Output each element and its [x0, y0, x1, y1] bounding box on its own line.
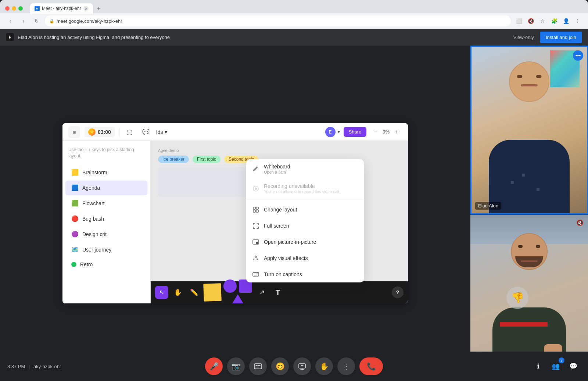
maximize-window-button[interactable]	[18, 6, 23, 11]
svg-rect-9	[256, 242, 258, 244]
notification-right: View-only Install and join	[513, 32, 582, 43]
install-join-button[interactable]: Install and join	[540, 32, 582, 43]
menu-item-changelayout[interactable]: Change layout	[246, 202, 364, 218]
figma-toolbar: ⊞ ⭐ 03:00 ⬚ 💬 fds ▾ E ▾	[62, 123, 408, 141]
figma-main-canvas[interactable]: Agee demo Ice breaker First topic Second…	[151, 141, 408, 303]
layout-icon[interactable]: ⬚	[124, 126, 136, 138]
address-bar[interactable]: 🔒 meet.google.com/aky-hzpk-ehr	[45, 15, 511, 26]
panel-item-bugbash[interactable]: 🔴 Bug bash	[65, 211, 147, 226]
raise-hand-button[interactable]: ✋	[315, 357, 333, 375]
tab-close-button[interactable]: ✕	[83, 6, 89, 11]
toolbar-divider	[119, 128, 119, 136]
text-icon: T	[276, 288, 280, 297]
panel-item-agenda[interactable]: 🟦 Agenda	[65, 181, 147, 195]
end-call-button[interactable]: 📞	[359, 357, 383, 375]
closed-captions-button[interactable]	[249, 357, 267, 375]
toggle-camera-button[interactable]: 📷	[227, 357, 245, 375]
cursor-tool[interactable]: ↖	[155, 286, 168, 299]
timer-value: 03:00	[98, 129, 111, 135]
figma-timer[interactable]: ⭐ 03:00	[85, 127, 115, 137]
video-panels: Elad Alon •••	[470, 46, 588, 381]
icebreaker-tag: Ice breaker	[158, 156, 189, 163]
bookmark-icon[interactable]: ☆	[537, 16, 548, 26]
mute-microphone-button[interactable]: 🎤	[205, 357, 223, 375]
panel-hint: Use the ↑ ↓ keys to pick a starting layo…	[62, 147, 150, 165]
sticker-shape	[203, 283, 222, 302]
minimize-window-button[interactable]	[12, 6, 16, 11]
time-display: 3:37 PM	[7, 364, 25, 369]
time-separator: |	[29, 364, 30, 369]
toolbar-actions: ⬜ 🔇 ☆ 🧩 👤 ⋮	[514, 16, 583, 26]
cast-icon[interactable]: ⬜	[514, 16, 524, 26]
more-options-button[interactable]: ⋮	[337, 357, 355, 375]
triangle-shape	[231, 294, 244, 303]
panel-item-brainstorm[interactable]: 🟨 Brainstorm	[65, 165, 147, 180]
menu-item-pip[interactable]: Open picture-in-picture	[246, 234, 364, 250]
present-button[interactable]	[293, 357, 311, 375]
emoji-reaction-button[interactable]: 😊	[271, 357, 289, 375]
flowchart-label: Flowchart	[82, 200, 105, 206]
mute-icon[interactable]: 🔇	[526, 16, 536, 26]
panel-item-designcrit[interactable]: 🟣 Design crit	[65, 227, 147, 242]
menu-icon[interactable]: ⋮	[573, 16, 583, 26]
zoom-in-button[interactable]: +	[392, 127, 402, 137]
hand-icon: ✋	[174, 288, 182, 296]
panel-item-userjourney[interactable]: 🗺️ User journey	[65, 242, 147, 257]
forward-button[interactable]: ›	[18, 16, 29, 26]
menu-item-captions[interactable]: Turn on captions	[246, 266, 364, 282]
fullscreen-label: Full screen	[264, 223, 289, 229]
arrow-icon: ↗	[259, 288, 265, 296]
video-mute-icon: 🔇	[576, 218, 584, 227]
svg-point-3	[255, 188, 257, 190]
bugbash-label: Bug bash	[82, 216, 104, 222]
svg-rect-18	[299, 364, 305, 368]
close-window-button[interactable]	[5, 6, 10, 11]
firsttopic-tag: First topic	[193, 156, 220, 163]
panel-item-retro[interactable]: Retro	[65, 258, 147, 271]
meet-right-actions: ℹ 👥 3 💬	[531, 359, 581, 374]
chat-button[interactable]: 💬	[566, 359, 581, 374]
video-more-button[interactable]: •••	[573, 50, 583, 61]
figma-logo-button[interactable]: ⊞	[68, 126, 80, 138]
changelayout-icon	[252, 206, 259, 213]
help-button[interactable]: ?	[392, 286, 404, 298]
mouth-elad	[521, 84, 538, 86]
whiteboard-content: Whiteboard Open a Jam	[264, 164, 290, 174]
share-button[interactable]: Share	[344, 127, 367, 137]
zoom-controls: − 9% +	[370, 127, 402, 137]
retro-label: Retro	[80, 261, 93, 267]
menu-item-fullscreen[interactable]: Full screen	[246, 218, 364, 234]
pencil-tool[interactable]: ✏️	[187, 286, 201, 299]
whiteboard-subtitle: Open a Jam	[264, 170, 290, 174]
thumbsdown-overlay: 👎	[506, 287, 528, 309]
tab-bar: M Meet - aky-hzpk-ehr ✕ +	[30, 3, 583, 14]
text-tool[interactable]: T	[271, 286, 284, 299]
filename-area[interactable]: fds ▾	[156, 129, 167, 135]
userjourney-icon: 🗺️	[71, 246, 79, 253]
reload-button[interactable]: ↻	[32, 16, 42, 26]
participants-count: 3	[559, 357, 564, 363]
figma-toolbar-right: E ▾ Share − 9% +	[325, 127, 402, 137]
menu-item-effects[interactable]: Apply visual effects	[246, 250, 364, 266]
profiles-icon[interactable]: 👤	[561, 16, 571, 26]
new-tab-button[interactable]: +	[94, 4, 103, 13]
userjourney-label: User journey	[82, 247, 111, 253]
traffic-lights	[5, 6, 23, 11]
view-only-button[interactable]: View-only	[513, 35, 534, 40]
context-menu: Whiteboard Open a Jam	[246, 159, 364, 282]
hand-tool[interactable]: ✋	[171, 286, 184, 299]
cursor-icon: ↖	[159, 288, 165, 296]
avatar-dropdown-icon[interactable]: ▾	[338, 129, 340, 135]
extensions-icon[interactable]: 🧩	[549, 16, 559, 26]
active-tab[interactable]: M Meet - aky-hzpk-ehr ✕	[30, 3, 93, 14]
zoom-out-button[interactable]: −	[370, 127, 380, 137]
comment-icon[interactable]: 💬	[140, 126, 152, 138]
captions-icon	[252, 271, 259, 278]
back-button[interactable]: ‹	[5, 16, 15, 26]
participants-button[interactable]: 👥 3	[548, 359, 563, 374]
menu-item-whiteboard[interactable]: Whiteboard Open a Jam	[246, 159, 364, 179]
panel-item-flowchart[interactable]: 🟩 Flowchart	[65, 196, 147, 211]
figma-left-panel: Use the ↑ ↓ keys to pick a starting layo…	[62, 141, 151, 303]
meeting-info-button[interactable]: ℹ	[531, 359, 545, 374]
arrow-tool[interactable]: ↗	[255, 286, 268, 299]
